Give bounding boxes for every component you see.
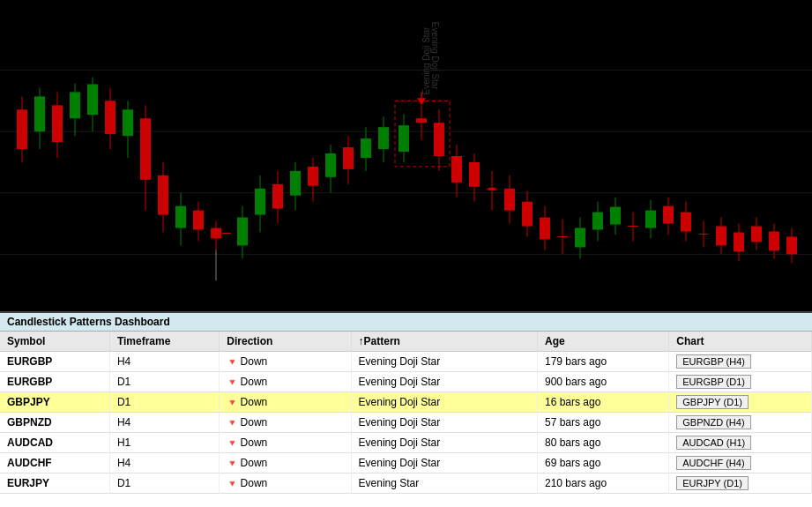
cell-timeframe: H4 bbox=[109, 413, 219, 433]
candlestick-dashboard: Candlestick Patterns Dashboard Symbol Ti… bbox=[0, 313, 812, 507]
down-arrow-icon: 🔻 bbox=[227, 418, 237, 428]
col-pattern[interactable]: ↑Pattern bbox=[351, 332, 537, 352]
cell-timeframe: D1 bbox=[109, 372, 219, 392]
svg-rect-18 bbox=[123, 109, 133, 136]
svg-rect-40 bbox=[308, 167, 318, 186]
svg-rect-24 bbox=[175, 206, 186, 228]
col-direction: Direction bbox=[220, 332, 351, 352]
col-chart: Chart bbox=[669, 332, 812, 352]
cell-pattern: Evening Doji Star bbox=[351, 433, 537, 453]
cell-pattern: Evening Doji Star bbox=[351, 352, 537, 372]
cell-chart: AUDCHF (H4) bbox=[669, 453, 812, 473]
cell-chart: GBPNZD (H4) bbox=[669, 413, 812, 433]
down-arrow-icon: 🔻 bbox=[227, 459, 237, 468]
cell-timeframe: H4 bbox=[109, 352, 219, 372]
svg-rect-83 bbox=[645, 211, 656, 228]
svg-rect-14 bbox=[87, 84, 98, 115]
svg-rect-85 bbox=[663, 206, 674, 224]
cell-pattern: Evening Doji Star bbox=[351, 453, 537, 473]
svg-rect-34 bbox=[255, 189, 265, 215]
svg-rect-95 bbox=[751, 227, 762, 242]
svg-rect-20 bbox=[140, 118, 151, 180]
svg-rect-69 bbox=[522, 202, 533, 227]
svg-rect-97 bbox=[769, 232, 779, 251]
svg-rect-38 bbox=[290, 171, 301, 196]
svg-rect-0 bbox=[0, 0, 812, 311]
cell-age: 179 bars ago bbox=[538, 352, 669, 372]
svg-rect-6 bbox=[17, 109, 27, 149]
table-row[interactable]: AUDCHFH4🔻 DownEvening Doji Star69 bars a… bbox=[0, 453, 812, 473]
svg-rect-51 bbox=[399, 125, 409, 152]
cell-pattern: Evening Doji Star bbox=[351, 392, 537, 413]
cell-timeframe: D1 bbox=[109, 473, 219, 494]
svg-rect-8 bbox=[34, 96, 45, 131]
cell-age: 16 bars ago bbox=[538, 392, 669, 413]
svg-rect-44 bbox=[343, 147, 354, 169]
down-arrow-icon: 🔻 bbox=[227, 398, 237, 407]
cell-age: 210 bars ago bbox=[538, 473, 669, 494]
svg-rect-26 bbox=[193, 211, 204, 230]
table-row[interactable]: EURGBPD1🔻 DownEvening Doji Star900 bars … bbox=[0, 372, 812, 392]
svg-rect-16 bbox=[105, 101, 115, 134]
cell-timeframe: H4 bbox=[109, 453, 219, 473]
svg-rect-67 bbox=[504, 189, 515, 211]
svg-rect-22 bbox=[158, 175, 168, 215]
table-row[interactable]: AUDCADH1🔻 DownEvening Doji Star80 bars a… bbox=[0, 433, 812, 453]
svg-rect-42 bbox=[325, 153, 336, 177]
svg-rect-12 bbox=[70, 92, 80, 118]
cell-symbol: EURGBP bbox=[0, 352, 109, 372]
table-row[interactable]: GBPJPYD1🔻 DownEvening Doji Star16 bars a… bbox=[0, 392, 812, 413]
svg-rect-48 bbox=[378, 127, 389, 149]
down-arrow-icon: 🔻 bbox=[227, 377, 237, 387]
down-arrow-icon: 🔻 bbox=[227, 438, 237, 448]
cell-timeframe: D1 bbox=[109, 392, 219, 413]
pattern-annotation-label: Evening Doji Star bbox=[430, 22, 440, 90]
svg-rect-55 bbox=[434, 123, 444, 156]
table-header: Symbol Timeframe Direction ↑Pattern Age … bbox=[0, 332, 812, 352]
cell-symbol: AUDCHF bbox=[0, 453, 109, 473]
svg-rect-46 bbox=[361, 138, 371, 158]
svg-rect-62 bbox=[469, 162, 480, 187]
cell-symbol: EURGBP bbox=[0, 372, 109, 392]
svg-rect-77 bbox=[592, 212, 603, 230]
table-row[interactable]: EURJPYD1🔻 DownEvening Star210 bars agoEU… bbox=[0, 473, 812, 494]
chart-button[interactable]: GBPJPY (D1) bbox=[676, 395, 749, 409]
svg-rect-79 bbox=[610, 207, 621, 225]
cell-chart: AUDCAD (H1) bbox=[669, 433, 812, 453]
cell-age: 69 bars ago bbox=[538, 453, 669, 473]
svg-rect-99 bbox=[786, 236, 797, 254]
cell-direction: 🔻 Down bbox=[220, 453, 351, 473]
cell-timeframe: H1 bbox=[109, 433, 219, 453]
cell-direction: 🔻 Down bbox=[220, 433, 351, 453]
cell-direction: 🔻 Down bbox=[220, 413, 351, 433]
cell-direction: 🔻 Down bbox=[220, 372, 351, 392]
table-row[interactable]: GBPNZDH4🔻 DownEvening Doji Star57 bars a… bbox=[0, 413, 812, 433]
cell-symbol: AUDCAD bbox=[0, 433, 109, 453]
svg-rect-75 bbox=[575, 228, 585, 248]
chart-button[interactable]: EURJPY (D1) bbox=[676, 476, 749, 490]
chart-button[interactable]: EURGBP (D1) bbox=[676, 375, 751, 389]
cell-age: 80 bars ago bbox=[538, 433, 669, 453]
cell-chart: EURGBP (D1) bbox=[669, 372, 812, 392]
svg-rect-71 bbox=[540, 218, 550, 240]
svg-rect-53 bbox=[416, 118, 427, 123]
candlestick-chart: Evening Doji Star Evening Doji Star bbox=[0, 0, 812, 311]
svg-rect-28 bbox=[211, 228, 221, 239]
chart-button[interactable]: EURGBP (H4) bbox=[676, 354, 751, 369]
col-timeframe: Timeframe bbox=[109, 332, 219, 352]
cell-age: 57 bars ago bbox=[538, 413, 669, 433]
svg-text:Evening Doji Star: Evening Doji Star bbox=[421, 26, 431, 94]
cell-chart: GBPJPY (D1) bbox=[669, 392, 812, 413]
svg-rect-10 bbox=[52, 105, 63, 142]
svg-rect-36 bbox=[272, 184, 283, 209]
chart-button[interactable]: GBPNZD (H4) bbox=[676, 415, 750, 429]
chart-button[interactable]: AUDCHF (H4) bbox=[676, 456, 750, 470]
chart-button[interactable]: AUDCAD (H1) bbox=[676, 436, 751, 450]
svg-rect-93 bbox=[734, 233, 744, 252]
cell-pattern: Evening Doji Star bbox=[351, 413, 537, 433]
cell-chart: EURJPY (D1) bbox=[669, 473, 812, 494]
down-arrow-icon: 🔻 bbox=[227, 479, 237, 488]
svg-rect-87 bbox=[681, 212, 691, 232]
table-row[interactable]: EURGBPH4🔻 DownEvening Doji Star179 bars … bbox=[0, 352, 812, 372]
cell-symbol: GBPJPY bbox=[0, 392, 109, 413]
